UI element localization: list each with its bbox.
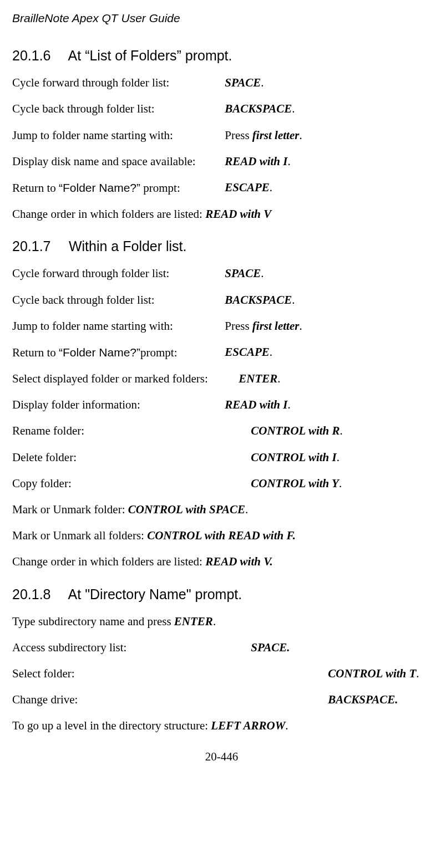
entry-key: CONTROL with SPACE [128,503,245,516]
entry-suffix: . [287,155,290,168]
entry-key: CONTROL with Y [251,477,339,490]
entry-key: SPACE [225,267,261,280]
entry-key: ESCAPE [225,345,270,359]
entry-row: Jump to folder name starting with: Press… [12,319,431,333]
entry-desc-a: Return to [12,181,59,195]
entry-suffix: . [287,398,290,411]
section-title: Within a Folder list. [69,238,187,254]
entry-suffix: . [299,129,302,142]
entry-row: Mark or Unmark folder: CONTROL with SPAC… [12,503,431,517]
entry-suffix: . [292,293,295,307]
entry-row: Change order in which folders are listed… [12,207,431,221]
entry-row: Access subdirectory list: SPACE. [12,641,431,655]
entry-key: ENTER [239,372,277,385]
section-title: At "Directory Name" prompt. [68,586,242,602]
entry-desc: Display folder information: [12,398,222,412]
entry-desc: Cycle back through folder list: [12,293,222,307]
entry-row: Return to “Folder Name?”prompt: ESCAPE. [12,345,431,360]
entry-suffix: . [339,477,342,490]
entry-key: SPACE. [251,641,290,654]
entry-key: ESCAPE [225,181,270,194]
entry-row: Rename folder: CONTROL with R. [12,424,431,438]
entry-suffix: . [261,267,263,280]
entry-suffix: . [261,76,263,89]
entry-row: Change drive: BACKSPACE. [12,693,431,707]
entry-desc-b: prompt: [140,346,178,359]
entry-desc: Change drive: [12,693,325,707]
section-heading-3: 20.1.8 At "Directory Name" prompt. [12,586,431,603]
entry-suffix: . [285,719,288,732]
entry-desc: Copy folder: [12,477,248,491]
entry-prefix: Press [225,129,252,142]
entry-suffix: . [337,451,339,464]
entry-suffix: . [340,424,343,437]
entry-row: Change order in which folders are listed… [12,555,431,569]
entry-key: BACKSPACE. [328,693,398,706]
entry-key: READ with I [225,398,287,411]
entry-key: CONTROL with I [251,451,336,464]
entry-desc: Mark or Unmark all folders: [12,529,147,542]
entry-key: BACKSPACE [225,102,292,115]
entry-desc: Type subdirectory name and press [12,615,174,628]
entry-suffix: . [245,503,248,516]
entry-row: Type subdirectory name and press ENTER. [12,615,431,629]
entry-desc-a: Return to [12,346,59,359]
entry-row: Mark or Unmark all folders: CONTROL with… [12,529,431,543]
entry-key: READ with I [225,155,287,168]
entry-desc: Jump to folder name starting with: [12,129,222,142]
entry-desc: Select displayed folder or marked folder… [12,372,236,386]
entry-key: CONTROL with R [251,424,339,437]
entry-key: READ with V. [205,555,273,568]
entry-desc: Change order in which folders are listed… [12,555,205,568]
document-header: BrailleNote Apex QT User Guide [12,11,431,25]
entry-prompt: “Folder Name?” [59,346,140,359]
entry-key: SPACE [225,76,261,89]
entry-desc: Delete folder: [12,451,248,464]
entry-desc: Jump to folder name starting with: [12,319,222,333]
entry-prompt: “Folder Name?” [59,181,140,194]
entry-row: Delete folder: CONTROL with I. [12,451,431,464]
section-number: 20.1.6 [12,47,65,64]
entry-desc: Rename folder: [12,424,248,438]
entry-key: CONTROL with T [328,667,416,680]
entry-row: To go up a level in the directory struct… [12,719,431,733]
entry-desc: Display disk name and space available: [12,155,222,169]
section-title: At “List of Folders” prompt. [68,48,232,63]
entry-row: Cycle back through folder list: BACKSPAC… [12,293,431,307]
entry-desc: Cycle forward through folder list: [12,76,222,90]
entry-desc: Cycle back through folder list: [12,102,222,116]
entry-suffix: . [270,345,272,359]
entry-row: Cycle back through folder list: BACKSPAC… [12,102,431,116]
entry-desc: Change order in which folders are listed… [12,207,205,221]
section-number: 20.1.8 [12,586,65,603]
entry-row: Select folder: CONTROL with T. [12,667,431,681]
entry-suffix: . [299,319,302,333]
entry-desc: Return to “Folder Name?” prompt: [12,181,222,195]
entry-desc: Cycle forward through folder list: [12,267,222,280]
entry-desc: Access subdirectory list: [12,641,248,655]
section-heading-1: 20.1.6 At “List of Folders” prompt. [12,47,431,64]
entry-suffix: . [213,615,216,628]
entry-suffix: . [292,102,295,115]
section-heading-2: 20.1.7 Within a Folder list. [12,238,431,254]
entry-key: LEFT ARROW [211,719,285,732]
entry-row: Cycle forward through folder list: SPACE… [12,76,431,90]
entry-row: Copy folder: CONTROL with Y. [12,477,431,491]
page-number: 20-446 [12,750,431,764]
entry-row: Display disk name and space available: R… [12,155,431,169]
entry-suffix: . [270,181,272,194]
entry-desc-b: prompt: [140,181,180,195]
entry-suffix: . [416,667,419,680]
section-number: 20.1.7 [12,238,65,254]
entry-key: first letter [252,319,300,333]
entry-row: Display folder information: READ with I. [12,398,431,412]
entry-key: READ with V [205,207,271,221]
entry-suffix: . [277,372,280,385]
entry-desc: Select folder: [12,667,325,681]
entry-desc: Mark or Unmark folder: [12,503,128,516]
entry-key: CONTROL with READ with F. [147,529,296,542]
entry-key: BACKSPACE [225,293,292,307]
entry-prefix: Press [225,319,252,333]
entry-desc: Return to “Folder Name?”prompt: [12,345,222,360]
entry-row: Jump to folder name starting with: Press… [12,129,431,142]
